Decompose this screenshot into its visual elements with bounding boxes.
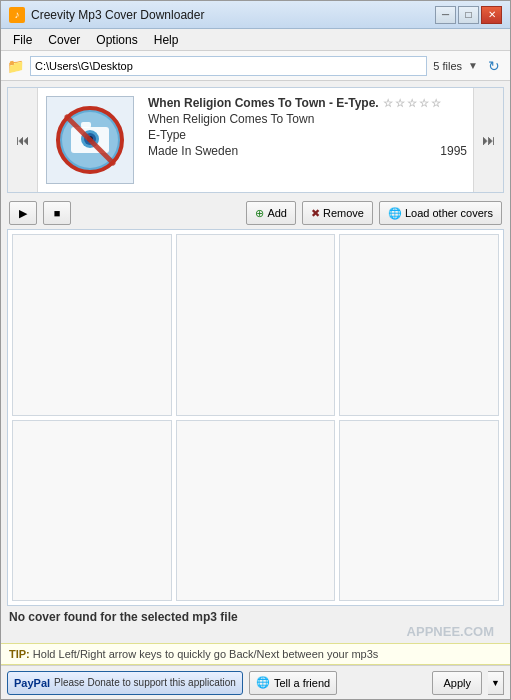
no-cover-message: No cover found for the selected mp3 file xyxy=(9,610,238,624)
globe-small-icon: 🌐 xyxy=(256,676,270,689)
tip-bar: TIP: Hold Left/Right arrow keys to quick… xyxy=(1,643,510,665)
menu-cover[interactable]: Cover xyxy=(40,31,88,49)
track-artist: E-Type xyxy=(148,128,467,142)
menu-help[interactable]: Help xyxy=(146,31,187,49)
load-covers-button[interactable]: 🌐 Load other covers xyxy=(379,201,502,225)
remove-button[interactable]: ✖ Remove xyxy=(302,201,373,225)
prev-track-button[interactable]: ⏮ xyxy=(8,88,38,192)
track-year: 1995 xyxy=(440,144,467,158)
star-1[interactable]: ☆ xyxy=(383,97,393,110)
window-title: Creevity Mp3 Cover Downloader xyxy=(31,8,435,22)
file-count-label: 5 files xyxy=(433,60,462,72)
close-button[interactable]: ✕ xyxy=(481,6,502,24)
window-controls: ─ □ ✕ xyxy=(435,6,502,24)
add-button[interactable]: ⊕ Add xyxy=(246,201,296,225)
menu-file[interactable]: File xyxy=(5,31,40,49)
track-info-panel: ⏮ When Religion Comes To Town - E-Type. xyxy=(7,87,504,193)
cover-cell-5[interactable] xyxy=(176,420,336,602)
cover-cell-2[interactable] xyxy=(176,234,336,416)
cover-cell-4[interactable] xyxy=(12,420,172,602)
track-song: When Religion Comes To Town xyxy=(148,112,467,126)
album-art xyxy=(46,96,134,184)
cover-cell-3[interactable] xyxy=(339,234,499,416)
track-album-row: Made In Sweden 1995 xyxy=(148,144,467,158)
track-details: When Religion Comes To Town - E-Type. ☆ … xyxy=(142,88,473,192)
refresh-button[interactable]: ↻ xyxy=(484,56,504,76)
star-3[interactable]: ☆ xyxy=(407,97,417,110)
remove-label: Remove xyxy=(323,207,364,219)
menu-bar: File Cover Options Help xyxy=(1,29,510,51)
cover-cell-1[interactable] xyxy=(12,234,172,416)
star-2[interactable]: ☆ xyxy=(395,97,405,110)
tip-label: TIP: xyxy=(9,648,30,660)
file-count-dropdown[interactable]: ▼ xyxy=(468,60,478,71)
cover-cell-6[interactable] xyxy=(339,420,499,602)
cover-grid-container xyxy=(7,229,504,606)
cover-grid xyxy=(8,230,503,605)
stop-button[interactable]: ■ xyxy=(43,201,71,225)
next-track-button[interactable]: ⏭ xyxy=(473,88,503,192)
path-bar: 📁 5 files ▼ ↻ xyxy=(1,51,510,81)
track-title: When Religion Comes To Town - E-Type. ☆ … xyxy=(148,96,467,110)
svg-rect-6 xyxy=(81,122,91,128)
star-4[interactable]: ☆ xyxy=(419,97,429,110)
watermark: APPNEE.COM xyxy=(9,624,502,641)
apply-button[interactable]: Apply xyxy=(432,671,482,695)
bottom-bar: PayPal Please Donate to support this app… xyxy=(1,665,510,699)
app-icon: ♪ xyxy=(9,7,25,23)
status-bar: No cover found for the selected mp3 file… xyxy=(1,606,510,643)
x-icon: ✖ xyxy=(311,207,320,220)
paypal-button[interactable]: PayPal Please Donate to support this app… xyxy=(7,671,243,695)
paypal-text: Please Donate to support this applicatio… xyxy=(54,677,236,688)
star-rating[interactable]: ☆ ☆ ☆ ☆ ☆ xyxy=(383,97,441,110)
star-5[interactable]: ☆ xyxy=(431,97,441,110)
apply-dropdown-arrow[interactable]: ▼ xyxy=(488,671,504,695)
title-bar: ♪ Creevity Mp3 Cover Downloader ─ □ ✕ xyxy=(1,1,510,29)
play-button[interactable]: ▶ xyxy=(9,201,37,225)
paypal-logo: PayPal xyxy=(14,677,50,689)
maximize-button[interactable]: □ xyxy=(458,6,479,24)
main-window: ♪ Creevity Mp3 Cover Downloader ─ □ ✕ Fi… xyxy=(0,0,511,700)
folder-icon: 📁 xyxy=(7,58,24,74)
no-cover-icon xyxy=(55,105,125,175)
load-covers-label: Load other covers xyxy=(405,207,493,219)
plus-icon: ⊕ xyxy=(255,207,264,220)
tell-friend-label: Tell a friend xyxy=(274,677,330,689)
globe-icon: 🌐 xyxy=(388,207,402,220)
controls-bar: ▶ ■ ⊕ Add ✖ Remove 🌐 Load other covers xyxy=(1,197,510,229)
tell-friend-button[interactable]: 🌐 Tell a friend xyxy=(249,671,337,695)
path-input[interactable] xyxy=(30,56,427,76)
tip-text: Hold Left/Right arrow keys to quickly go… xyxy=(33,648,378,660)
play-icon: ▶ xyxy=(19,207,27,220)
minimize-button[interactable]: ─ xyxy=(435,6,456,24)
stop-icon: ■ xyxy=(54,207,61,219)
add-label: Add xyxy=(267,207,287,219)
apply-label: Apply xyxy=(443,677,471,689)
menu-options[interactable]: Options xyxy=(88,31,145,49)
apply-chevron-icon: ▼ xyxy=(491,678,500,688)
track-album: Made In Sweden xyxy=(148,144,238,158)
